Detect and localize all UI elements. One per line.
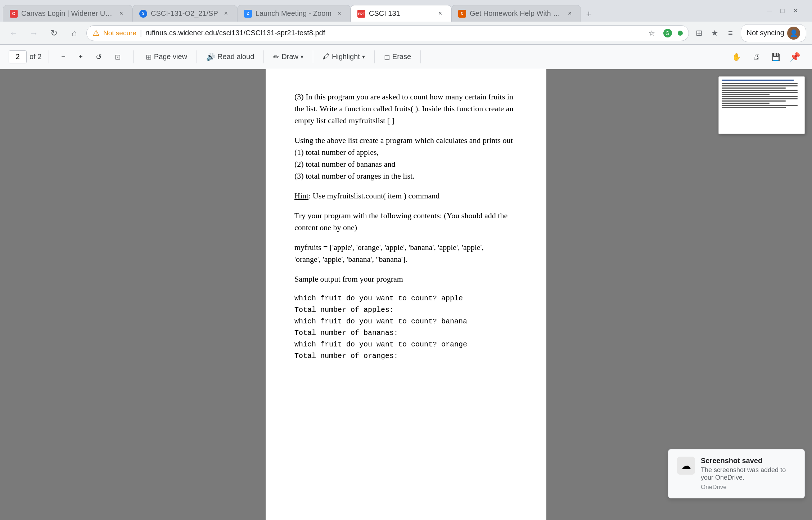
address-bar-row: ← → ↻ ⌂ ⚠ Not secure | rufinus.cs.widene… bbox=[0, 22, 812, 45]
tab-chegg[interactable]: C Get Homework Help With Cheg... × bbox=[451, 5, 581, 22]
zoom-out-icon: − bbox=[61, 53, 66, 61]
thumb-line-3 bbox=[722, 88, 786, 89]
csci-favicon: S bbox=[139, 10, 147, 18]
read-aloud-label: Read aloud bbox=[217, 53, 254, 61]
close-window-button[interactable]: ✕ bbox=[790, 6, 800, 16]
highlight-chevron[interactable]: ▾ bbox=[362, 53, 365, 60]
tab-canvas[interactable]: C Canvas Login | Widener Universi... × bbox=[3, 5, 132, 22]
favorites-button[interactable]: ★ bbox=[709, 27, 721, 39]
tab-zoom[interactable]: Z Launch Meeting - Zoom × bbox=[237, 5, 351, 22]
grammarly-icon: G bbox=[663, 29, 672, 37]
extensions-button[interactable]: ⊞ bbox=[693, 27, 705, 39]
thumb-line-8 bbox=[722, 98, 798, 99]
output-line-1: Which fruit do you want to count? apple bbox=[294, 293, 518, 304]
address-warning-text: Not secure bbox=[103, 29, 136, 37]
maximize-button[interactable]: □ bbox=[777, 6, 788, 16]
profile-avatar: 👤 bbox=[787, 27, 800, 40]
extension-icon[interactable]: G bbox=[662, 27, 673, 39]
highlight-button[interactable]: 🖍 Highlight ▾ bbox=[317, 50, 370, 64]
save-button[interactable]: 💾 bbox=[766, 50, 785, 64]
paragraph-3: Try your program with the following cont… bbox=[294, 210, 518, 233]
toolbar-separator-7 bbox=[420, 50, 421, 63]
fit-page-button[interactable]: ⊡ bbox=[110, 50, 126, 64]
zoom-in-icon: + bbox=[78, 53, 83, 61]
page-number-input[interactable] bbox=[9, 50, 27, 63]
page-view-label: Page view bbox=[154, 53, 187, 61]
save-icon: 💾 bbox=[771, 53, 780, 61]
back-button[interactable]: ← bbox=[6, 25, 22, 41]
thumbnail-panel bbox=[718, 76, 805, 134]
bookmark-star-icon[interactable]: ☆ bbox=[646, 27, 658, 39]
minimize-button[interactable]: ─ bbox=[764, 6, 775, 16]
address-url[interactable]: rufinus.cs.widener.edu/csci131/CSCI131-s… bbox=[145, 29, 642, 37]
erase-button[interactable]: ◻ Erase bbox=[379, 50, 416, 64]
thumb-line-header bbox=[722, 80, 794, 81]
tab-csci-label: CSCI-131-O2_21/SP bbox=[151, 9, 218, 18]
rotate-icon: ↺ bbox=[96, 53, 102, 61]
toolbar-separator-2 bbox=[133, 50, 134, 63]
tab-zoom-label: Launch Meeting - Zoom bbox=[256, 9, 331, 18]
draw-chevron[interactable]: ▾ bbox=[301, 53, 303, 60]
tab-chegg-close[interactable]: × bbox=[565, 9, 574, 18]
collections-button[interactable]: ≡ bbox=[725, 27, 736, 39]
print-icon: 🖨 bbox=[753, 53, 760, 61]
hand-icon: ✋ bbox=[732, 53, 741, 61]
pdf-page: (3) In this program you are asked to cou… bbox=[266, 69, 546, 520]
thumb-line-2 bbox=[722, 85, 798, 86]
draw-button[interactable]: ✏ Draw ▾ bbox=[268, 50, 308, 64]
print-button[interactable]: 🖨 bbox=[748, 50, 765, 64]
code-myfruits: myfruits = ['apple', 'orange', 'apple', … bbox=[294, 241, 518, 265]
zoom-out-button[interactable]: − bbox=[56, 50, 71, 64]
hand-tool-button[interactable]: ✋ bbox=[727, 50, 746, 64]
home-button[interactable]: ⌂ bbox=[66, 25, 82, 41]
tab-chegg-label: Get Homework Help With Cheg... bbox=[470, 9, 562, 18]
tab-csci131-close[interactable]: × bbox=[436, 9, 445, 18]
tab-csci[interactable]: S CSCI-131-O2_21/SP × bbox=[132, 5, 237, 22]
read-aloud-button[interactable]: 🔊 Read aloud bbox=[201, 50, 259, 64]
pin-button[interactable]: 📌 bbox=[787, 49, 803, 65]
thumb-line-4 bbox=[722, 90, 798, 91]
not-syncing-label: Not syncing bbox=[747, 29, 785, 37]
reload-button[interactable]: ↻ bbox=[46, 25, 62, 41]
hint-paragraph: Hint: Use myfruitslist.count( item ) com… bbox=[294, 190, 518, 202]
page-view-button[interactable]: ⊞ Page view bbox=[141, 50, 192, 64]
notification-body: The screenshot was added to your OneDriv… bbox=[701, 466, 796, 481]
notification-content: Screenshot saved The screenshot was adde… bbox=[701, 457, 796, 491]
thumb-line-12 bbox=[722, 107, 786, 108]
sample-output-label: Sample output from your program bbox=[294, 273, 518, 285]
notification-source: OneDrive bbox=[701, 484, 796, 491]
tab-zoom-close[interactable]: × bbox=[335, 9, 344, 18]
tab-csci131[interactable]: PDF CSCI 131 × bbox=[351, 5, 451, 22]
output-line-2: Total number of apples: bbox=[294, 304, 518, 316]
page-view-icon: ⊞ bbox=[146, 53, 152, 61]
canvas-favicon: C bbox=[10, 10, 18, 18]
status-dot bbox=[678, 31, 683, 36]
zoom-in-button[interactable]: + bbox=[73, 50, 88, 64]
thumb-line-5 bbox=[722, 92, 798, 93]
output-line-6: Total number of oranges: bbox=[294, 350, 518, 362]
thumb-line-9 bbox=[722, 100, 786, 102]
draw-label: Draw bbox=[281, 53, 298, 61]
hint-text: : Use myfruitslist.count( item ) command bbox=[308, 191, 439, 200]
page-total: of 2 bbox=[30, 53, 41, 61]
address-box[interactable]: ⚠ Not secure | rufinus.cs.widener.edu/cs… bbox=[86, 25, 689, 41]
new-tab-button[interactable]: + bbox=[581, 6, 597, 22]
thumb-line-7 bbox=[722, 96, 798, 97]
onedrive-icon: ☁ bbox=[677, 457, 695, 475]
paragraph-2: Using the above list create a program wh… bbox=[294, 134, 518, 182]
tab-canvas-close[interactable]: × bbox=[117, 9, 126, 18]
toolbar-separator-5 bbox=[313, 50, 313, 63]
address-separator: | bbox=[140, 29, 142, 37]
erase-icon: ◻ bbox=[384, 53, 390, 61]
main-content: (3) In this program you are asked to cou… bbox=[0, 69, 812, 520]
toolbar-right: ✋ 🖨 💾 📌 bbox=[727, 49, 803, 65]
tab-csci-close[interactable]: × bbox=[222, 9, 230, 18]
list-item-2: (2) total number of bananas and bbox=[294, 160, 395, 169]
not-syncing-button[interactable]: Not syncing 👤 bbox=[741, 24, 807, 42]
rotate-button[interactable]: ↺ bbox=[91, 50, 107, 64]
forward-button[interactable]: → bbox=[26, 25, 42, 41]
pdf-favicon: PDF bbox=[357, 10, 365, 18]
hint-label: Hint bbox=[294, 191, 308, 200]
draw-icon: ✏ bbox=[273, 53, 279, 61]
thumbnail-preview bbox=[719, 77, 804, 112]
